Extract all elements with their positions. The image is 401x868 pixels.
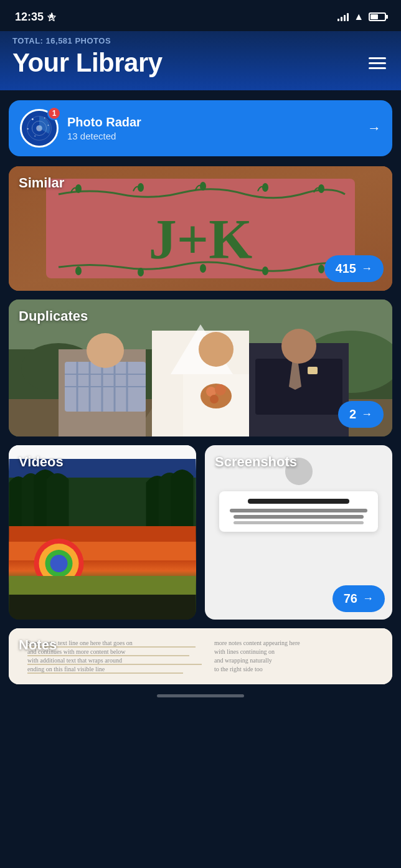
radar-arrow: → [367,120,381,136]
location-icon [47,12,56,21]
videos-label: Videos [19,454,64,470]
content-area: Similar [0,166,401,684]
svg-text:with additional text that wrap: with additional text that wraps around [27,657,122,664]
duplicates-card[interactable]: Duplicates [9,300,392,436]
screenshots-card[interactable]: Screenshots 76 → [205,445,392,620]
screenshots-arrow: → [362,592,374,605]
svg-point-16 [262,183,268,192]
svg-point-20 [138,268,144,276]
similar-card[interactable]: Similar [9,166,392,291]
svg-rect-47 [308,367,318,374]
home-indicator [0,684,401,702]
wifi-icon: ▲ [354,11,364,22]
duplicates-count: 2 [349,407,356,422]
svg-rect-58 [9,576,196,595]
notes-image: Some notes text line one here that goes … [9,628,392,684]
svg-rect-60 [9,628,392,684]
screenshots-count: 76 [344,592,357,606]
similar-count-badge[interactable]: 415 → [324,255,384,282]
similar-arrow: → [361,262,372,275]
duplicates-label: Duplicates [19,308,88,324]
svg-text:ending on this final visible l: ending on this final visible line [27,666,105,672]
videos-image [9,445,196,620]
videos-svg [9,445,196,620]
svg-point-7 [27,128,28,130]
battery-icon [369,12,386,21]
svg-point-22 [262,267,268,275]
svg-text:more notes content appearing h: more notes content appearing here [214,639,300,646]
svg-point-23 [318,265,324,273]
similar-label: Similar [19,175,64,191]
svg-point-21 [200,264,206,273]
svg-point-15 [200,182,206,191]
svg-point-48 [281,329,316,364]
status-bar: 12:35 ▲ [0,0,401,31]
svg-point-43 [210,395,219,403]
similar-count: 415 [336,262,356,276]
signal-icon [337,12,349,21]
svg-text:and wrapping naturally: and wrapping naturally [214,657,272,664]
svg-point-17 [318,184,324,193]
radar-text: Photo Radar 13 detected [67,115,359,141]
radar-subtitle: 13 detected [67,131,359,141]
time-display: 12:35 [15,11,44,24]
svg-point-9 [34,136,35,137]
svg-text:with lines continuing on: with lines continuing on [214,648,275,655]
radar-badge: 1 [47,106,61,120]
notes-card[interactable]: Notes Some notes text line one here that… [9,628,392,684]
notes-svg: Some notes text line one here that goes … [9,628,392,684]
svg-point-14 [138,183,144,192]
radar-banner[interactable]: 1 Photo Radar 13 detected → [9,100,392,156]
status-icons: ▲ [337,11,386,22]
screenshots-label: Screenshots [215,454,297,470]
svg-point-42 [215,384,226,395]
home-bar [157,694,244,697]
status-time: 12:35 [15,11,56,24]
svg-point-8 [48,125,49,126]
svg-point-5 [32,118,34,120]
screenshots-count-badge[interactable]: 76 → [333,585,385,612]
two-col-row: Videos [9,445,392,620]
svg-point-38 [87,333,124,368]
videos-card[interactable]: Videos [9,445,196,620]
svg-point-19 [75,267,82,275]
notes-label: Notes [19,637,57,653]
duplicates-arrow: → [361,408,372,421]
svg-text:J+K: J+K [149,209,252,270]
radar-title: Photo Radar [67,115,359,130]
svg-point-44 [199,332,234,367]
svg-point-57 [50,555,68,572]
screenshot-preview-card [219,491,379,532]
menu-button[interactable] [366,55,389,72]
svg-point-13 [75,184,82,193]
svg-text:to the right side too: to the right side too [214,666,263,672]
header: TOTAL: 16,581 PHOTOS Your Library [0,31,401,90]
page-title: Your Library [12,48,163,78]
total-label: TOTAL: 16,581 PHOTOS [12,36,389,45]
radar-icon-wrap: 1 [20,109,59,148]
svg-point-6 [44,118,45,119]
svg-rect-59 [9,595,196,620]
duplicates-count-badge[interactable]: 2 → [338,401,384,428]
